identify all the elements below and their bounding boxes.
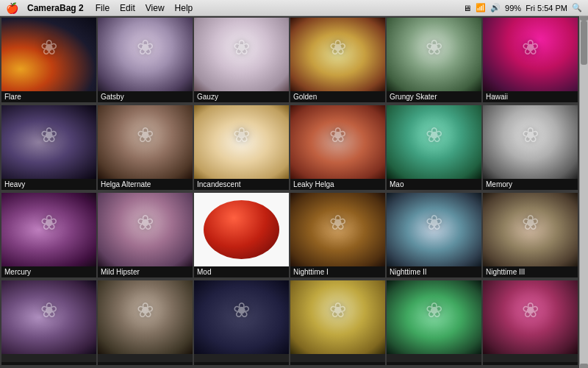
filter-item-mod[interactable]: Mod xyxy=(194,193,289,277)
filter-item-row4f[interactable] xyxy=(483,280,578,365)
filter-label xyxy=(483,362,578,365)
filter-item-memory[interactable]: Memory xyxy=(483,105,578,190)
filter-label: Mild Hipster xyxy=(98,266,193,277)
filter-label: Golden xyxy=(290,91,385,102)
filter-item-hawaii[interactable]: Hawaii xyxy=(483,18,578,102)
filter-item-nighttime-i[interactable]: Nighttime I xyxy=(290,193,385,277)
filter-label: Gatsby xyxy=(98,91,193,102)
filter-item-row4a[interactable] xyxy=(1,280,96,365)
filter-item-row4c[interactable] xyxy=(194,280,289,365)
filter-item-row4b[interactable] xyxy=(98,280,193,365)
filter-label: Mod xyxy=(194,266,289,277)
menu-edit[interactable]: Edit xyxy=(120,3,135,13)
filter-item-gauzy[interactable]: Gauzy xyxy=(194,18,289,102)
clock: Fri 5:54 PM xyxy=(526,4,567,13)
filter-item-mercury[interactable]: Mercury xyxy=(1,193,96,277)
scrollbar[interactable] xyxy=(579,16,588,368)
filter-label: Nighttime II xyxy=(387,266,481,277)
filter-label: Nighttime III xyxy=(483,266,578,277)
filter-item-golden[interactable]: Golden xyxy=(290,18,385,102)
filter-label: Helga Alternate xyxy=(98,179,193,190)
menu-view[interactable]: View xyxy=(146,3,165,13)
filter-label: Mercury xyxy=(1,266,96,277)
filter-label: Flare xyxy=(1,91,96,102)
filter-item-gatsby[interactable]: Gatsby xyxy=(98,18,193,102)
filter-item-row4e[interactable] xyxy=(387,280,481,365)
filter-label xyxy=(1,362,96,365)
filter-item-nighttime-ii[interactable]: Nighttime II xyxy=(387,193,481,277)
status-bar: 🖥 📶 🔊 99% Fri 5:54 PM 🔍 xyxy=(463,3,582,13)
filter-item-flare[interactable]: Flare xyxy=(1,18,96,102)
filter-label xyxy=(387,362,481,365)
filter-label xyxy=(290,362,385,365)
filter-grid: Flare Gatsby Gauzy Golden Grungy Skater … xyxy=(0,16,579,368)
wifi-icon: 📶 xyxy=(476,3,486,13)
filter-item-mao[interactable]: Mao xyxy=(387,105,481,190)
filter-label: Leaky Helga xyxy=(290,179,385,190)
filter-label: Nighttime I xyxy=(290,266,385,277)
filter-label: Grungy Skater xyxy=(387,91,481,102)
volume-icon: 🔊 xyxy=(490,3,501,13)
filter-label xyxy=(194,362,289,365)
filter-label: Hawaii xyxy=(483,91,578,102)
app-name[interactable]: CameraBag 2 xyxy=(27,3,84,13)
apple-menu[interactable]: 🍎 xyxy=(6,2,18,14)
filter-item-leaky-helga[interactable]: Leaky Helga xyxy=(290,105,385,190)
filter-label: Gauzy xyxy=(194,91,289,102)
filter-label xyxy=(98,362,193,365)
filter-item-incandescent[interactable]: Incandescent xyxy=(194,105,289,190)
screen-icon: 🖥 xyxy=(463,4,471,13)
filter-item-mild-hipster[interactable]: Mild Hipster xyxy=(98,193,193,277)
main-content: Flare Gatsby Gauzy Golden Grungy Skater … xyxy=(0,16,588,368)
filter-item-heavy[interactable]: Heavy xyxy=(1,105,96,190)
battery-status: 99% xyxy=(505,4,521,13)
filter-item-grungy-skater[interactable]: Grungy Skater xyxy=(387,18,481,102)
filter-label: Memory xyxy=(483,179,578,190)
search-icon[interactable]: 🔍 xyxy=(572,3,582,13)
filter-item-row4d[interactable] xyxy=(290,280,385,365)
menu-help[interactable]: Help xyxy=(175,3,193,13)
filter-label: Heavy xyxy=(1,179,96,190)
filter-item-helga-alternate[interactable]: Helga Alternate xyxy=(98,105,193,190)
filter-label: Mao xyxy=(387,179,481,190)
mod-circle xyxy=(204,200,279,259)
menu-file[interactable]: File xyxy=(96,3,110,13)
menubar: 🍎 CameraBag 2 File Edit View Help 🖥 📶 🔊 … xyxy=(0,0,588,16)
filter-item-nighttime-iii[interactable]: Nighttime III xyxy=(483,193,578,277)
filter-label: Incandescent xyxy=(194,179,289,190)
